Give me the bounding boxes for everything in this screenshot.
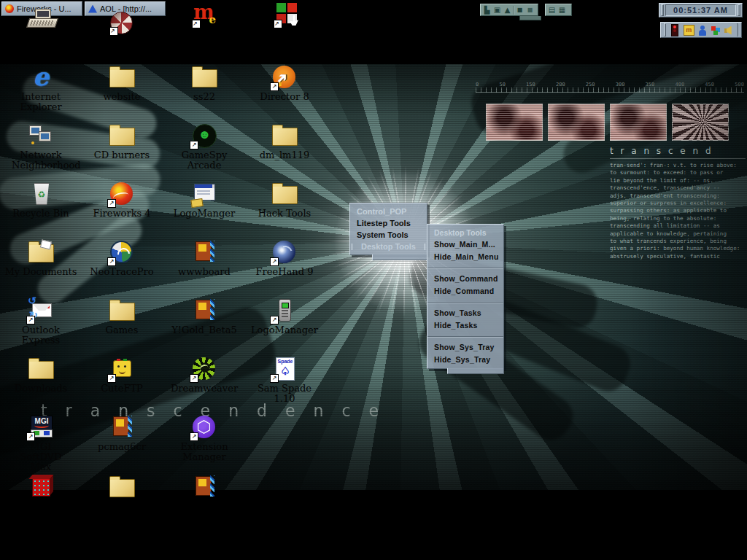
menu-item-hide-command[interactable]: Hide_Command <box>427 285 503 298</box>
desktop-icon-wwwboard[interactable]: wwwboard <box>168 239 241 277</box>
desktop-icon-dreamweaver[interactable]: Dreamweaver <box>168 356 241 394</box>
computer-icon <box>26 9 58 29</box>
icon-label: Director 8 <box>248 92 321 102</box>
menu-item-show-tasks[interactable]: Show_Tasks <box>427 307 503 319</box>
winzip-icon <box>108 414 136 440</box>
desktop-icon-logomanager-phone[interactable]: LogoManager <box>248 298 321 335</box>
shortcut-arrow-icon <box>107 257 116 266</box>
folder-icon <box>190 64 218 90</box>
red-cube-icon <box>27 474 55 500</box>
desktop-icon-extension-manager[interactable]: Extension Manager <box>168 414 241 462</box>
desktop-icon-hack-tools[interactable]: Hack Tools <box>248 181 321 219</box>
desktop-icon-pcmag6cr[interactable]: pcmag6cr <box>85 414 158 452</box>
folder-icon <box>108 474 136 500</box>
folder-icon <box>108 64 136 90</box>
shortcut-arrow-icon <box>107 199 116 208</box>
stairs-icon[interactable]: ▙ <box>482 5 492 15</box>
desktop-shortcut-m-logo[interactable]: me <box>193 3 217 28</box>
panel-cap <box>738 4 740 16</box>
icon-label: Recycle Bin <box>4 209 77 219</box>
desktop-icon-sam-spade[interactable]: Sam Spade 1.10 <box>248 356 321 404</box>
desktop-icon-zip-unlabeled[interactable] <box>168 474 241 500</box>
clock-time: 00:51:37 AM <box>665 4 736 16</box>
dreamweaver-icon <box>190 356 218 382</box>
desktop-icon-mgi-softdvd[interactable]: MGI SoftDVD Max <box>4 414 77 472</box>
desktop-icon-outlook-express[interactable]: Outlook Express <box>4 298 77 346</box>
winzip-icon <box>190 239 218 265</box>
menu-item-hide-sys-tray[interactable]: Hide_Sys_Tray <box>427 354 503 366</box>
up-arrow-icon[interactable]: ▲ <box>503 5 512 15</box>
square-icon[interactable]: ■ <box>525 5 535 15</box>
desktop-shortcut-computer[interactable] <box>26 9 58 29</box>
desktop-icon-network-neighborhood[interactable]: Network Neighborhood <box>4 122 77 171</box>
desktop-shortcut-pinwheel[interactable] <box>110 12 133 35</box>
icon-label: website <box>85 92 158 102</box>
folder-icon[interactable]: ▦ <box>557 5 567 15</box>
desktop-icon-ss22[interactable]: ss22 <box>168 64 241 102</box>
desktop-icon-website[interactable]: website <box>85 64 158 102</box>
person-icon[interactable] <box>697 25 708 36</box>
icon-label: Games <box>85 325 158 335</box>
fireworks-app-icon <box>5 4 14 13</box>
menu-item-litestep-tools[interactable]: Litestep Tools <box>350 217 427 229</box>
network-icon <box>27 122 55 149</box>
desktop-icon-gamespy-arcade[interactable]: GameSpy Arcade <box>168 122 241 171</box>
desktop-icon-games[interactable]: Games <box>85 298 158 335</box>
file-icon[interactable]: ▤ <box>547 5 557 15</box>
desktop-icon-ygold-beta5[interactable]: Y!Gold_Beta5 <box>168 298 241 335</box>
desktop-icon-downloads[interactable]: Downloads <box>4 356 77 394</box>
menu-separator <box>427 336 503 337</box>
desktop-icon-cd-burners[interactable]: CD burners <box>85 122 158 160</box>
menu-item-show-command[interactable]: Show_Command <box>427 273 503 285</box>
director-icon <box>271 64 298 90</box>
folder-icon <box>108 122 136 149</box>
icon-label: My Documents <box>4 267 77 277</box>
menu-item-hide-tasks[interactable]: Hide_Tasks <box>427 319 503 332</box>
menu-item-hide-main-menu[interactable]: Hide_Main_Menu <box>427 251 503 263</box>
window-icon[interactable]: ▣ <box>492 5 502 15</box>
sam-spade-icon <box>271 356 298 382</box>
icon-label: GameSpy Arcade <box>175 150 233 171</box>
folder-icon <box>108 298 136 324</box>
desktop-icon-neotracepro[interactable]: NeoTracePro <box>85 239 158 277</box>
colored-logo-icon[interactable] <box>711 25 721 36</box>
shortcut-arrow-icon <box>190 374 198 383</box>
menu-separator <box>427 302 503 303</box>
icon-label: Internet Explorer <box>4 92 77 112</box>
volume-icon[interactable] <box>724 25 734 36</box>
menu-item-desktop-tools[interactable]: Desktop Tools <box>350 241 427 252</box>
icon-label: Sam Spade 1.10 <box>248 384 321 404</box>
icon-label: Fireworks 4 <box>85 209 158 219</box>
desktop-icon-recycle-bin[interactable]: Recycle Bin <box>4 181 77 219</box>
desktop-shortcut-colored-squares[interactable] <box>274 3 299 28</box>
menu-item-system-tools[interactable]: System Tools <box>350 229 427 241</box>
desktop-icon-fireworks-4[interactable]: Fireworks 4 <box>85 181 158 219</box>
icon-label: Y!Gold_Beta5 <box>168 325 241 335</box>
shortcut-arrow-icon <box>192 20 201 28</box>
menu-notch <box>447 368 504 374</box>
traffic-light-icon[interactable] <box>671 24 678 36</box>
icon-label: dm_lm119 <box>248 150 321 160</box>
menu-notch <box>372 254 427 260</box>
freehand-icon <box>271 239 298 265</box>
menu-separator <box>427 268 503 268</box>
shortcut-arrow-icon <box>270 82 279 91</box>
menu-item-show-sys-tray[interactable]: Show_Sys_Tray <box>427 341 503 354</box>
desktop-icon-logomanger[interactable]: LogoManger <box>168 181 241 219</box>
toolbar-divider <box>513 6 514 15</box>
folder-icon <box>271 122 298 149</box>
desktop-icon-dm-lm119[interactable]: dm_lm119 <box>248 122 321 160</box>
menu-item-show-main-menu[interactable]: Show_Main_M... <box>427 238 503 251</box>
desktop-icon-internet-explorer[interactable]: Internet Explorer <box>4 64 77 112</box>
m-badge-icon[interactable]: m <box>684 25 694 36</box>
icon-label: FreeHand 9 <box>248 267 321 277</box>
desktop-icon-director-8[interactable]: Director 8 <box>248 64 321 102</box>
square-icon[interactable]: ■ <box>515 5 525 15</box>
desktop-icon-cuteftp[interactable]: CuteFTP <box>85 356 158 394</box>
outlook-express-icon <box>27 298 55 324</box>
icon-label: LogoManger <box>168 209 241 219</box>
desktop-icon-freehand-9[interactable]: FreeHand 9 <box>248 239 321 277</box>
desktop-icon-my-documents[interactable]: My Documents <box>4 239 77 277</box>
desktop-icon-red-cube[interactable] <box>4 474 77 500</box>
desktop-icon-folder-unlabeled[interactable] <box>85 474 158 500</box>
